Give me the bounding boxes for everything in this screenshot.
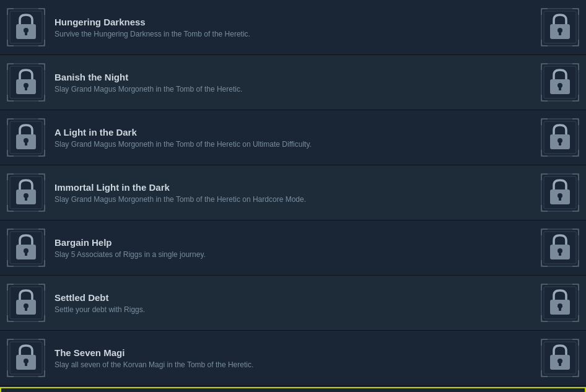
svg-rect-64 xyxy=(25,362,27,366)
svg-rect-49 xyxy=(559,252,561,256)
achievement-text-light-in-dark: A Light in the Dark Slay Grand Magus Mor… xyxy=(55,127,531,149)
achievement-title-light-in-dark: A Light in the Dark xyxy=(55,127,531,137)
lock-icon-right-light-in-dark xyxy=(540,118,580,157)
lock-icon-left-light-in-dark xyxy=(6,118,46,157)
svg-rect-69 xyxy=(559,362,561,366)
achievement-text-banish-the-night: Banish the Night Slay Grand Magus Morgon… xyxy=(55,72,531,94)
achievement-desc-hungering-darkness: Survive the Hungering Darkness in the To… xyxy=(55,30,531,38)
svg-rect-44 xyxy=(25,252,27,256)
achievement-title-hungering-darkness: Hungering Darkness xyxy=(55,17,531,27)
achievement-text-hungering-darkness: Hungering Darkness Survive the Hungering… xyxy=(55,17,531,38)
lock-icon-left-seven-magi xyxy=(6,338,46,378)
achievement-desc-bargain-help: Slay 5 Associates of Riggs in a single j… xyxy=(55,250,531,259)
lock-icon-left-immortal-light xyxy=(6,173,46,212)
achievement-desc-seven-magi: Slay all seven of the Korvan Magi in the… xyxy=(55,360,531,369)
achievement-desc-immortal-light: Slay Grand Magus Morgoneth in the Tomb o… xyxy=(55,195,531,204)
achievement-row-seven-magi: The Seven Magi Slay all seven of the Kor… xyxy=(0,331,586,386)
achievement-row-light-in-dark: A Light in the Dark Slay Grand Magus Mor… xyxy=(0,110,586,165)
achievement-text-immortal-light: Immortal Light in the Dark Slay Grand Ma… xyxy=(55,182,531,204)
svg-rect-4 xyxy=(25,32,27,35)
lock-icon-right-banish-the-night xyxy=(540,63,580,102)
achievement-row-bargain-help: Bargain Help Slay 5 Associates of Riggs … xyxy=(0,220,586,276)
achievement-row-immortal-light: Immortal Light in the Dark Slay Grand Ma… xyxy=(0,165,586,220)
svg-rect-14 xyxy=(25,87,27,90)
svg-rect-54 xyxy=(25,307,27,311)
svg-rect-29 xyxy=(559,142,561,146)
achievement-title-banish-the-night: Banish the Night xyxy=(55,72,531,82)
lock-icon-right-hungering-darkness xyxy=(540,7,580,47)
lock-icon-left-hungering-darkness xyxy=(6,7,46,47)
achievement-desc-light-in-dark: Slay Grand Magus Morgoneth in the Tomb o… xyxy=(55,140,531,149)
svg-rect-39 xyxy=(559,197,561,201)
achievement-text-settled-debt: Settled Debt Settle your debt with Riggs… xyxy=(55,292,531,314)
lock-icon-left-banish-the-night xyxy=(6,63,46,102)
lock-icon-left-bargain-help xyxy=(6,228,46,268)
svg-rect-34 xyxy=(25,197,27,201)
lock-icon-right-settled-debt xyxy=(540,283,580,323)
svg-rect-59 xyxy=(559,307,561,311)
achievement-title-seven-magi: The Seven Magi xyxy=(55,347,531,358)
achievement-desc-banish-the-night: Slay Grand Magus Morgoneth in the Tomb o… xyxy=(55,85,531,94)
svg-rect-9 xyxy=(559,32,561,35)
achievement-text-seven-magi: The Seven Magi Slay all seven of the Kor… xyxy=(55,347,531,369)
achievement-row-hungering-darkness: Hungering Darkness Survive the Hungering… xyxy=(0,0,586,55)
hidden-achievements-row: +5 Скрытых достижений осталось: 5 Информ… xyxy=(0,387,586,392)
achievement-row-settled-debt: Settled Debt Settle your debt with Riggs… xyxy=(0,276,586,331)
svg-rect-19 xyxy=(559,87,561,90)
lock-icon-right-immortal-light xyxy=(540,173,580,212)
lock-icon-right-bargain-help xyxy=(540,228,580,268)
achievement-row-banish-the-night: Banish the Night Slay Grand Magus Morgon… xyxy=(0,55,586,110)
lock-icon-right-seven-magi xyxy=(540,338,580,378)
achievement-desc-settled-debt: Settle your debt with Riggs. xyxy=(55,305,531,314)
achievements-list: Hungering Darkness Survive the Hungering… xyxy=(0,0,586,392)
lock-icon-left-settled-debt xyxy=(6,283,46,323)
achievement-title-settled-debt: Settled Debt xyxy=(55,292,531,303)
achievement-title-immortal-light: Immortal Light in the Dark xyxy=(55,182,531,193)
achievement-text-bargain-help: Bargain Help Slay 5 Associates of Riggs … xyxy=(55,237,531,259)
svg-rect-24 xyxy=(25,142,27,146)
achievement-title-bargain-help: Bargain Help xyxy=(55,237,531,248)
